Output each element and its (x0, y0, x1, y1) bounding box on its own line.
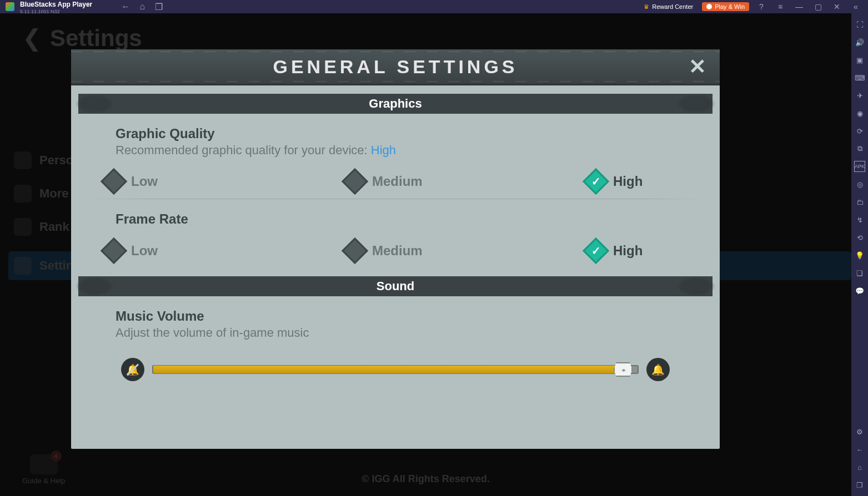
home-icon[interactable]: ⌂ (137, 1, 148, 12)
mute-icon[interactable]: 🔔 (121, 358, 144, 381)
copyright-text: © IGG All Rights Reserved. (362, 473, 490, 485)
rotate-icon[interactable]: ⟲ (854, 232, 865, 243)
modal-title: GENERAL SETTINGS (273, 56, 518, 78)
frame-rate-options: Low Medium ✓ High (71, 234, 720, 268)
app-logo-icon (6, 2, 14, 11)
titlebar: BlueStacks App Player 5.11.11.1001 N32 ←… (0, 0, 868, 13)
gear-icon (14, 257, 32, 275)
menu-icon[interactable]: ≡ (774, 0, 787, 13)
record-icon[interactable]: ◉ (854, 108, 865, 119)
close-icon[interactable]: ✕ (686, 55, 709, 78)
reward-center-label: Reward Center (652, 3, 693, 10)
lock-cursor-icon[interactable]: ▣ (854, 54, 865, 65)
nav-recents-icon[interactable]: ❐ (854, 479, 865, 490)
slider-fill (153, 366, 623, 373)
graphic-quality-title: Graphic Quality (116, 126, 675, 141)
guide-help-label: Guide & Help (22, 477, 65, 485)
close-window-icon[interactable]: ✕ (830, 0, 844, 13)
frame-rate-block: Frame Rate (71, 199, 720, 234)
bg-back-icon: ❮ (22, 24, 42, 52)
back-icon[interactable]: ← (120, 1, 131, 12)
frame-rate-high[interactable]: ✓ High (586, 241, 686, 260)
diamond-icon (342, 237, 368, 264)
fullscreen-icon[interactable]: ⛶ (854, 19, 865, 30)
diamond-icon (101, 168, 127, 195)
graphic-quality-recommended: High (371, 143, 396, 157)
section-sound-title: Sound (377, 279, 414, 293)
diamond-icon (101, 237, 127, 264)
option-label-high: High (613, 243, 643, 259)
nav-back-icon[interactable]: ← (854, 444, 865, 455)
help-icon[interactable]: ? (755, 0, 768, 13)
option-label-medium: Medium (372, 243, 423, 259)
frame-rate-low[interactable]: Low (104, 241, 204, 260)
music-volume-subtitle: Adjust the volume of in-game music (116, 326, 675, 340)
bg-page-title: Settings (50, 25, 142, 52)
bg-nav-rank: Rank (39, 220, 69, 234)
person-icon (14, 151, 32, 169)
frame-rate-medium[interactable]: Medium (345, 241, 445, 260)
play-win-icon (706, 4, 712, 9)
diamond-icon (342, 168, 368, 195)
maximize-icon[interactable]: ▢ (811, 0, 825, 13)
right-sidebar: ⛶ 🔊 ▣ ⌨ ✈ ◉ ⟳ ⧉ APK ◎ 🗀 ↯ ⟲ 💡 ❏ 💬 ⚙ ← ⌂ … (851, 13, 868, 496)
info-icon (14, 185, 32, 203)
minimize-icon[interactable]: — (792, 0, 806, 13)
game-viewport: ❮ Settings Personal info More Informatio… (0, 13, 851, 496)
music-volume-control: 🔔 🔔 (71, 347, 720, 387)
slider-thumb[interactable] (614, 362, 633, 377)
screenshot-icon[interactable]: ◎ (854, 179, 865, 190)
play-win-button[interactable]: Play & Win (702, 2, 749, 11)
option-label-medium: Medium (372, 174, 423, 189)
play-win-label: Play & Win (715, 3, 745, 10)
apk-icon[interactable]: APK (854, 161, 865, 172)
music-volume-title: Music Volume (116, 308, 675, 324)
app-name: BlueStacks App Player (20, 1, 92, 8)
general-settings-modal: GENERAL SETTINGS ✕ Graphics Graphic Qual… (71, 49, 720, 449)
shake-icon[interactable]: ↯ (854, 214, 865, 225)
graphic-quality-subtitle: Recommended graphic quality for your dev… (116, 143, 675, 158)
help-notification-count: 4 (51, 451, 62, 462)
section-graphics-header: Graphics (78, 94, 713, 114)
chat-icon[interactable]: 💬 (854, 285, 865, 296)
music-volume-block: Music Volume Adjust the volume of in-gam… (71, 296, 720, 347)
plane-icon[interactable]: ✈ (854, 90, 865, 101)
option-label-low: Low (131, 243, 158, 259)
bulb-icon[interactable]: 💡 (854, 250, 865, 261)
reward-center-button[interactable]: ♛ Reward Center (640, 2, 696, 12)
option-label-high: High (613, 174, 643, 189)
rank-icon (14, 218, 32, 236)
graphic-quality-high[interactable]: ✓ High (586, 172, 686, 191)
collapse-sidebar-icon[interactable]: « (849, 0, 862, 13)
crown-icon: ♛ (644, 3, 649, 11)
diamond-check-icon: ✓ (583, 237, 609, 264)
keyboard-icon[interactable]: ⌨ (854, 72, 865, 83)
sync-icon[interactable]: ⟳ (854, 125, 865, 136)
volume-slider[interactable] (152, 365, 639, 374)
graphic-quality-medium[interactable]: Medium (345, 172, 445, 191)
section-graphics-title: Graphics (369, 97, 422, 111)
volume-icon[interactable]: 🔊 (854, 37, 865, 48)
modal-header: GENERAL SETTINGS ✕ (71, 49, 720, 85)
macro-icon[interactable]: ⧉ (854, 143, 865, 154)
graphic-quality-sub-prefix: Recommended graphic quality for your dev… (116, 143, 371, 157)
frame-rate-title: Frame Rate (116, 211, 675, 227)
nav-home-icon[interactable]: ⌂ (854, 462, 865, 473)
graphic-quality-block: Graphic Quality Recommended graphic qual… (71, 114, 720, 164)
section-sound-header: Sound (78, 276, 713, 296)
media-folder-icon[interactable]: 🗀 (854, 196, 865, 207)
settings-gear-icon[interactable]: ⚙ (854, 426, 865, 437)
full-volume-icon[interactable]: 🔔 (646, 358, 670, 381)
guide-help-badge: 4 Guide & Help (22, 454, 65, 485)
option-label-low: Low (131, 174, 158, 189)
recents-icon[interactable]: ❐ (153, 1, 164, 12)
graphic-quality-low[interactable]: Low (104, 172, 204, 191)
diamond-check-icon: ✓ (583, 168, 609, 195)
graphic-quality-options: Low Medium ✓ High (71, 164, 720, 199)
multi-instance-icon[interactable]: ❏ (854, 267, 865, 279)
